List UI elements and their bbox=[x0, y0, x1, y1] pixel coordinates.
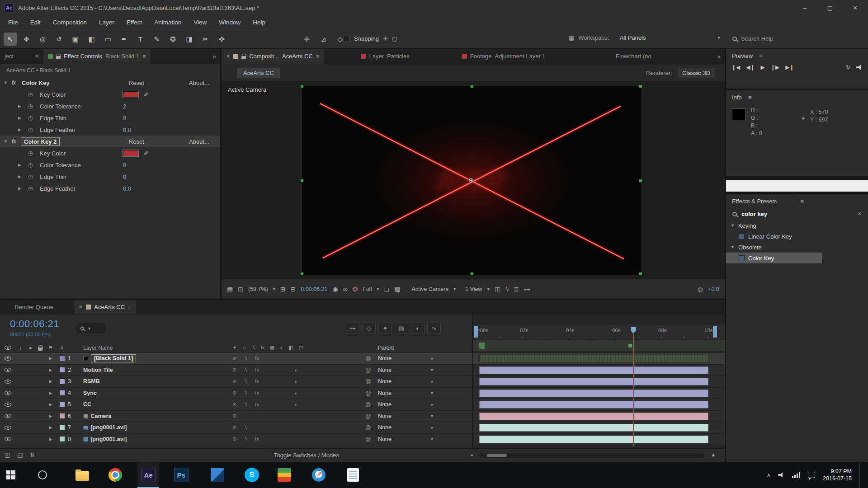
work-area-start[interactable] bbox=[479, 343, 485, 349]
twirl-closed-icon[interactable]: ▶ bbox=[18, 116, 21, 120]
minimize-button[interactable]: – bbox=[792, 0, 817, 15]
twirl-closed-icon[interactable]: ▶ bbox=[45, 414, 56, 418]
anchor-point-icon[interactable]: ⊕ bbox=[468, 176, 474, 184]
menu-view[interactable]: View bbox=[193, 19, 207, 26]
tab-overflow-icon[interactable]: » bbox=[717, 53, 725, 60]
mute-audio-icon[interactable] bbox=[856, 65, 863, 70]
parent-dropdown[interactable]: None▾ bbox=[378, 367, 436, 373]
table-row[interactable]: ▶ 5 CC ⊙ ∖ fx ◐ @ None▾ bbox=[0, 399, 472, 411]
effect-header-row[interactable]: ▼ fx Color Key 2 Reset About... bbox=[0, 136, 220, 147]
always-preview-icon[interactable]: ▤ bbox=[227, 286, 233, 293]
label-color-chip[interactable] bbox=[60, 413, 65, 418]
tab-flowchart[interactable]: Flowchart (no bbox=[611, 49, 656, 64]
menu-layer[interactable]: Layer bbox=[99, 19, 114, 26]
key-color-swatch[interactable] bbox=[123, 91, 138, 98]
twirl-closed-icon[interactable]: ▶ bbox=[45, 402, 56, 407]
transparency-grid-icon[interactable]: ▩ bbox=[394, 286, 400, 293]
panel-menu-icon[interactable]: ≡ bbox=[759, 52, 763, 59]
timeline-track-area[interactable]: 0:00s 02s 04s 06s 08s 10s bbox=[472, 314, 725, 448]
parent-dropdown[interactable]: None▾ bbox=[378, 436, 436, 442]
twirl-closed-icon[interactable]: ▶ bbox=[18, 127, 21, 132]
current-timecode[interactable]: 0:00:06:21 bbox=[10, 318, 59, 330]
play-button[interactable]: ▶ bbox=[761, 64, 765, 70]
selection-handle[interactable] bbox=[470, 84, 474, 88]
visibility-eye-icon[interactable] bbox=[5, 403, 11, 407]
selection-handle[interactable] bbox=[470, 272, 474, 276]
layer-switches[interactable]: ⊙ ∖ fx bbox=[232, 379, 295, 385]
table-row[interactable]: ▶ 4 Sync ⊙ ∖ fx ◐ @ None▾ bbox=[0, 388, 472, 399]
about-button[interactable]: About... bbox=[189, 138, 209, 145]
param-value[interactable]: 0 bbox=[123, 115, 126, 122]
workspace-caret-icon[interactable]: ▾ bbox=[718, 35, 720, 40]
show-desktop-button[interactable] bbox=[859, 462, 862, 488]
colorful-app-button[interactable] bbox=[274, 462, 295, 488]
menu-window[interactable]: Window bbox=[219, 19, 241, 26]
exposure-reset-icon[interactable]: ◍ bbox=[698, 286, 703, 293]
restore-button[interactable]: ▢ bbox=[817, 0, 843, 15]
layer-switches[interactable]: ⊙ ∖ bbox=[232, 425, 295, 431]
twirl-open-icon[interactable]: ▼ bbox=[4, 139, 8, 144]
snapping-checkbox[interactable] bbox=[344, 36, 350, 42]
parent-pickwhip-icon[interactable]: @ bbox=[365, 436, 378, 442]
effect-header-row[interactable]: ▼ fx Color Key Reset About... bbox=[0, 77, 220, 89]
camera-tool-icon[interactable]: ▣ bbox=[69, 33, 82, 46]
layer-duration-bar[interactable] bbox=[479, 366, 708, 374]
selection-handle[interactable] bbox=[639, 179, 642, 183]
close-tab-icon[interactable]: ✕ bbox=[35, 53, 39, 59]
search-help-group[interactable]: Search Help bbox=[732, 35, 774, 42]
loop-button[interactable]: ↻ bbox=[846, 64, 850, 70]
resolution-value[interactable]: Full bbox=[363, 286, 372, 292]
layer-duration-bar[interactable] bbox=[479, 378, 708, 385]
visibility-eye-icon[interactable] bbox=[5, 437, 11, 441]
table-row[interactable]: ▶ 1 [Black Solid 1] ⊙ ∖ fx @ None▾ bbox=[0, 353, 472, 365]
param-value[interactable]: 0.0 bbox=[123, 127, 131, 133]
brush-tool-icon[interactable]: ✎ bbox=[150, 33, 163, 46]
twirl-closed-icon[interactable]: ▶ bbox=[18, 186, 21, 191]
stopwatch-icon[interactable]: ◷ bbox=[28, 150, 33, 156]
layer-duration-bar[interactable] bbox=[479, 436, 708, 443]
fast-previews-icon[interactable]: ϟ bbox=[505, 286, 509, 293]
label-color-chip[interactable] bbox=[60, 379, 65, 384]
track-row[interactable] bbox=[473, 411, 725, 422]
pixel-aspect-icon[interactable]: ◫ bbox=[495, 286, 500, 293]
magnification-value[interactable]: (58.7%) bbox=[248, 286, 268, 292]
panel-menu-icon[interactable]: ≡ bbox=[142, 53, 146, 60]
compass-app-button[interactable] bbox=[308, 462, 330, 488]
tab-layer-particles[interactable]: Layer Particles bbox=[356, 49, 414, 64]
effect-color-key[interactable]: Color Key bbox=[726, 253, 822, 263]
table-row[interactable]: ▶ 2 Motion Tile ⊙ ∖ fx ◐ @ None▾ bbox=[0, 365, 472, 376]
twirl-closed-icon[interactable]: ▶ bbox=[45, 437, 56, 441]
menu-animation[interactable]: Animation bbox=[154, 19, 181, 26]
photoshop-button[interactable]: Ps bbox=[170, 462, 192, 488]
selection-tool-icon[interactable]: ↖ bbox=[4, 33, 17, 46]
effect-name[interactable]: Color Key bbox=[22, 80, 49, 86]
volume-icon[interactable] bbox=[778, 472, 784, 478]
workspace-value[interactable]: All Panels bbox=[620, 34, 646, 41]
pen-tool-icon[interactable]: ✒ bbox=[118, 33, 131, 46]
layer-switches[interactable]: ⊙ ∖ fx bbox=[232, 402, 295, 408]
track-row[interactable] bbox=[473, 365, 725, 376]
timeline-horizontal-scrollbar[interactable] bbox=[479, 453, 705, 458]
work-area-bar[interactable] bbox=[473, 340, 725, 352]
twirl-closed-icon[interactable]: ▶ bbox=[45, 425, 56, 430]
exposure-value[interactable]: +0.0 bbox=[708, 286, 719, 292]
twirl-closed-icon[interactable]: ▶ bbox=[45, 356, 56, 361]
puppet-pin-tool-icon[interactable]: ✜ bbox=[215, 33, 228, 46]
timeline-search-field[interactable]: ▾ bbox=[76, 324, 106, 333]
layer-duration-bar[interactable] bbox=[479, 355, 708, 362]
local-axis-icon[interactable]: ✛ bbox=[300, 33, 313, 46]
table-row[interactable]: ▶ 6 ▣Camera ⊙ @ None▾ bbox=[0, 411, 472, 422]
pan-behind-tool-icon[interactable]: ◧ bbox=[85, 33, 98, 46]
comp-mini-flowchart-icon[interactable]: ⊶ bbox=[346, 322, 359, 334]
eraser-tool-icon[interactable]: ◨ bbox=[183, 33, 196, 46]
effects-search-input[interactable]: color key bbox=[741, 211, 767, 217]
twirl-closed-icon[interactable]: ▶ bbox=[18, 163, 21, 167]
expand-in-out-icon[interactable]: ⇅ bbox=[30, 451, 35, 458]
track-row[interactable] bbox=[473, 376, 725, 388]
menu-edit[interactable]: Edit bbox=[30, 19, 41, 26]
renderer-value[interactable]: Classic 3D bbox=[678, 68, 715, 78]
zoom-tool-icon[interactable]: ◎ bbox=[36, 33, 49, 46]
composition-viewer[interactable]: Active Camera NXR bbox=[222, 82, 725, 279]
comp-flowchart-icon[interactable]: ⊶ bbox=[524, 286, 530, 293]
layer-switches[interactable]: ⊙ ∖ fx bbox=[232, 356, 295, 361]
